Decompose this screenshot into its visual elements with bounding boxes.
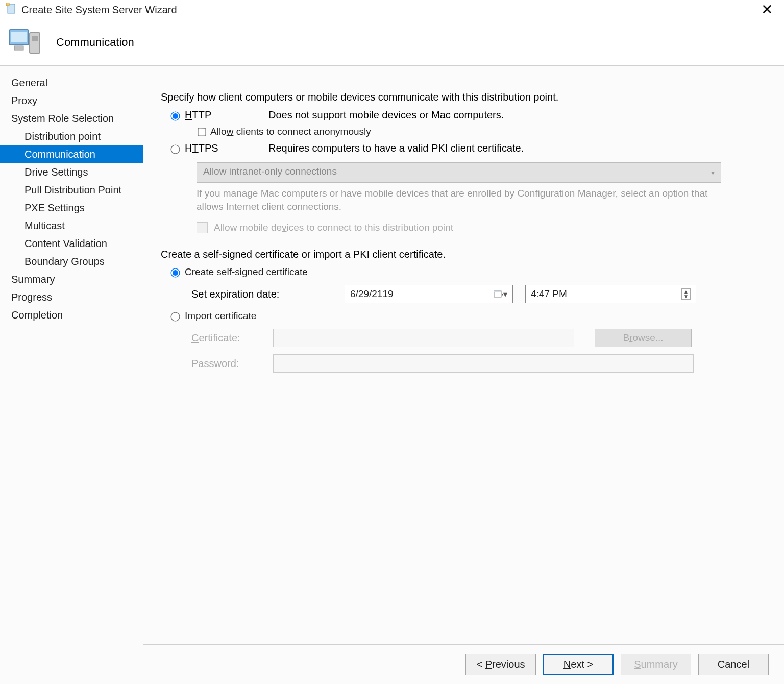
connection-dropdown-value: Allow intranet-only connections	[203, 166, 337, 177]
sidebar-item-completion[interactable]: Completion	[0, 306, 143, 324]
form-area: Specify how client computers or mobile d…	[143, 66, 784, 644]
expiration-time-value: 4:47 PM	[531, 288, 567, 300]
expiration-date-value: 6/29/2119	[350, 288, 394, 300]
allow-mobile-checkbox	[197, 222, 208, 233]
sidebar-item-distribution-point[interactable]: Distribution point	[0, 128, 143, 145]
sidebar-item-proxy[interactable]: Proxy	[0, 92, 143, 110]
sidebar-nav: General Proxy System Role Selection Dist…	[0, 66, 143, 684]
svg-rect-3	[11, 32, 27, 42]
certificate-label: Certificate:	[191, 332, 273, 344]
summary-button: Summary	[621, 654, 691, 675]
create-cert-label: Create self-signed certificate	[185, 266, 308, 278]
sidebar-item-system-role-selection[interactable]: System Role Selection	[0, 110, 143, 128]
calendar-icon[interactable]: ▾	[494, 289, 507, 299]
password-label: Password:	[191, 358, 273, 370]
browse-button: Browse...	[595, 329, 692, 347]
body-area: General Proxy System Role Selection Dist…	[0, 65, 784, 684]
import-cert-row: Import certificate	[161, 310, 767, 322]
expiration-date-input[interactable]: 6/29/2119 ▾	[345, 285, 513, 303]
svg-rect-4	[14, 46, 23, 50]
wizard-window: Create Site System Server Wizard ✕ Commu…	[0, 0, 784, 684]
allow-anonymous-label: Allow clients to connect anonymously	[210, 126, 371, 137]
sidebar-item-boundary-groups[interactable]: Boundary Groups	[0, 253, 143, 271]
svg-rect-1	[6, 3, 9, 6]
create-cert-row: Create self-signed certificate	[161, 266, 767, 278]
chevron-down-icon: ▾	[711, 168, 715, 177]
connection-dropdown: Allow intranet-only connections ▾	[197, 162, 721, 183]
https-radio[interactable]	[170, 144, 180, 154]
sidebar-item-pxe-settings[interactable]: PXE Settings	[0, 199, 143, 217]
titlebar: Create Site System Server Wizard ✕	[0, 0, 784, 19]
svg-rect-8	[494, 291, 501, 292]
previous-button[interactable]: < Previous	[465, 654, 536, 675]
sidebar-item-communication[interactable]: Communication	[0, 145, 143, 163]
svg-rect-6	[32, 36, 38, 41]
https-option-row: HTTPS Requires computers to have a valid…	[161, 142, 767, 154]
close-icon[interactable]: ✕	[756, 3, 778, 17]
sidebar-item-progress[interactable]: Progress	[0, 288, 143, 306]
allow-anonymous-row: Allow clients to connect anonymously	[197, 126, 767, 137]
allow-mobile-row: Allow mobile devices to connect to this …	[197, 222, 767, 233]
https-desc: Requires computers to have a valid PKI c…	[268, 142, 524, 154]
https-label: HTTPS	[185, 142, 246, 154]
http-option-row: HTTP Does not support mobile devices or …	[161, 109, 767, 121]
expiration-label: Set expiration date:	[191, 288, 345, 300]
allow-mobile-label: Allow mobile devices to connect to this …	[214, 222, 453, 233]
time-spinner-icon[interactable]: ▲▼	[681, 288, 691, 300]
cert-intro: Create a self-signed certificate or impo…	[161, 249, 767, 260]
cancel-button[interactable]: Cancel	[698, 654, 769, 675]
window-title: Create Site System Server Wizard	[21, 4, 177, 16]
page-title: Communication	[56, 36, 134, 49]
http-label: HTTP	[185, 109, 246, 121]
header-strip: Communication	[0, 19, 784, 65]
create-cert-radio[interactable]	[170, 268, 180, 278]
server-icon	[7, 27, 42, 59]
sidebar-item-multicast[interactable]: Multicast	[0, 217, 143, 235]
next-button[interactable]: Next >	[543, 654, 614, 675]
wizard-icon	[6, 3, 16, 17]
expiration-time-input[interactable]: 4:47 PM ▲▼	[525, 285, 696, 303]
certificate-input	[273, 329, 574, 347]
content-pane: Specify how client computers or mobile d…	[143, 66, 784, 684]
connection-hint: If you manage Mac computers or have mobi…	[197, 187, 722, 213]
import-cert-label: Import certificate	[185, 310, 256, 322]
intro-text: Specify how client computers or mobile d…	[161, 91, 767, 103]
certificate-field-row: Certificate: Browse...	[191, 329, 767, 347]
password-input	[273, 354, 694, 373]
password-field-row: Password:	[191, 354, 767, 373]
wizard-footer: < Previous Next > Summary Cancel	[143, 644, 784, 684]
sidebar-item-pull-distribution-point[interactable]: Pull Distribution Point	[0, 181, 143, 199]
connection-dropdown-row: Allow intranet-only connections ▾	[197, 162, 767, 183]
sidebar-item-drive-settings[interactable]: Drive Settings	[0, 163, 143, 181]
allow-anonymous-checkbox[interactable]	[198, 128, 206, 136]
import-cert-radio[interactable]	[170, 312, 180, 322]
http-desc: Does not support mobile devices or Mac c…	[268, 109, 504, 121]
sidebar-item-content-validation[interactable]: Content Validation	[0, 235, 143, 253]
sidebar-item-summary[interactable]: Summary	[0, 271, 143, 288]
http-radio[interactable]	[170, 111, 180, 120]
sidebar-item-general[interactable]: General	[0, 74, 143, 92]
expiration-row: Set expiration date: 6/29/2119 ▾ 4:47 PM…	[191, 285, 767, 303]
